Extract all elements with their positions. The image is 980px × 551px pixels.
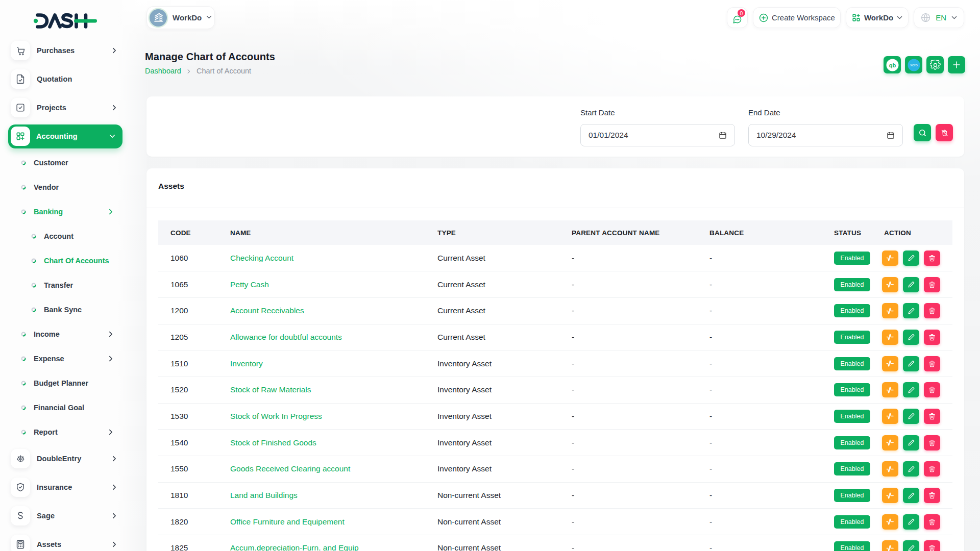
svg-text:qb: qb — [889, 62, 896, 68]
svg-text:xero: xero — [910, 63, 918, 67]
